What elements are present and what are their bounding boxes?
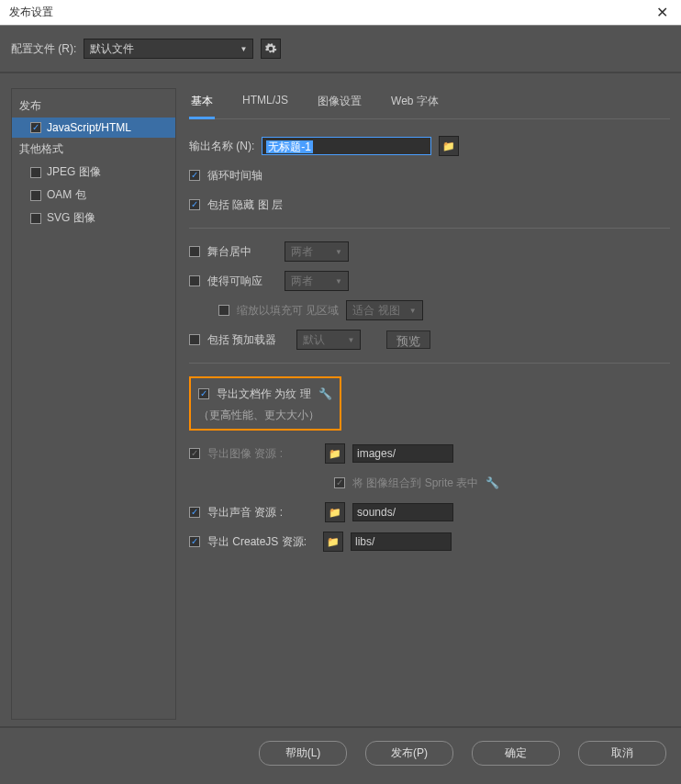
dropdown-value: 默认 <box>303 332 325 348</box>
config-value: 默认文件 <box>90 41 134 57</box>
export-texture-label: 导出文档作 为纹 理 <box>217 386 311 402</box>
preloader-dropdown[interactable]: 默认 ▼ <box>296 330 361 350</box>
preloader-checkbox[interactable] <box>189 334 200 345</box>
loop-timeline-label: 循环时间轴 <box>207 168 262 184</box>
export-createjs-path[interactable]: libs/ <box>351 532 452 551</box>
tab-htmljs[interactable]: HTML/JS <box>240 90 290 118</box>
dialog-title: 发布设置 <box>9 5 653 20</box>
config-label: 配置文件 (R): <box>11 41 76 57</box>
checkbox-icon[interactable] <box>30 167 41 178</box>
export-sound-checkbox[interactable] <box>189 507 200 518</box>
sidebar-item-oam[interactable]: OAM 包 <box>12 184 175 207</box>
sidebar-item-label: OAM 包 <box>47 187 86 203</box>
loop-timeline-checkbox[interactable] <box>189 170 200 181</box>
scale-fill-checkbox[interactable] <box>218 305 229 316</box>
export-createjs-checkbox[interactable] <box>189 536 200 547</box>
responsive-label: 使得可响应 <box>207 274 262 289</box>
scale-fill-dropdown[interactable]: 适合 视图 ▼ <box>346 300 422 320</box>
sidebar-item-jshtml[interactable]: JavaScript/HTML <box>12 118 175 138</box>
sidebar-item-jpeg[interactable]: JPEG 图像 <box>12 161 175 184</box>
ok-button[interactable]: 确定 <box>472 741 560 766</box>
folder-icon[interactable]: 📁 <box>325 502 345 522</box>
chevron-down-icon: ▼ <box>335 277 342 286</box>
config-dropdown[interactable]: 默认文件 ▼ <box>84 39 253 59</box>
chevron-down-icon: ▼ <box>335 248 342 256</box>
dropdown-value: 适合 视图 <box>352 303 399 319</box>
output-name-value: 无标题-1 <box>266 140 313 153</box>
dropdown-value: 两者 <box>291 274 313 289</box>
include-hidden-label: 包括 隐藏 图 层 <box>207 197 283 213</box>
cancel-button[interactable]: 取消 <box>578 741 666 766</box>
tab-webfont[interactable]: Web 字体 <box>389 90 441 118</box>
help-button[interactable]: 帮助(L) <box>259 741 347 766</box>
tab-basic[interactable]: 基本 <box>189 90 215 119</box>
dropdown-value: 两者 <box>291 244 313 260</box>
sidebar-item-svg[interactable]: SVG 图像 <box>12 207 175 230</box>
tab-image[interactable]: 图像设置 <box>316 90 363 118</box>
checkbox-icon[interactable] <box>30 122 41 133</box>
export-texture-subtext: （更高性能、更大大小） <box>198 408 332 423</box>
wrench-icon[interactable]: 🔧 <box>486 476 499 489</box>
export-createjs-label: 导出 CreateJS 资源: <box>207 534 307 550</box>
checkbox-icon[interactable] <box>30 213 41 224</box>
scale-fill-label: 缩放以填充可 见区域 <box>237 303 339 319</box>
output-name-input[interactable]: 无标题-1 <box>262 137 431 155</box>
sidebar-item-label: JPEG 图像 <box>47 164 101 180</box>
wrench-icon[interactable]: 🔧 <box>318 387 332 400</box>
stage-center-label: 舞台居中 <box>207 244 251 260</box>
checkbox-icon[interactable] <box>30 190 41 201</box>
chevron-down-icon: ▼ <box>409 307 417 315</box>
output-name-label: 输出名称 (N): <box>189 139 254 154</box>
chevron-down-icon: ▼ <box>240 45 247 53</box>
sidebar-group-publish: 发布 <box>12 95 175 118</box>
folder-icon[interactable]: 📁 <box>323 532 343 552</box>
sidebar: 发布 JavaScript/HTML 其他格式 JPEG 图像 OAM 包 SV… <box>11 88 176 720</box>
stage-center-checkbox[interactable] <box>189 246 200 257</box>
responsive-checkbox[interactable] <box>189 275 200 286</box>
export-texture-highlight: 导出文档作 为纹 理 🔧 （更高性能、更大大小） <box>189 376 341 431</box>
stage-center-dropdown[interactable]: 两者 ▼ <box>285 241 349 262</box>
sidebar-group-other: 其他格式 <box>12 138 175 161</box>
chevron-down-icon: ▼ <box>347 336 354 344</box>
combine-sprite-checkbox[interactable] <box>334 477 345 488</box>
gear-icon[interactable] <box>261 39 281 59</box>
export-sound-path[interactable]: sounds/ <box>352 503 453 521</box>
include-hidden-checkbox[interactable] <box>189 199 200 210</box>
folder-icon[interactable]: 📁 <box>439 136 459 156</box>
folder-icon[interactable]: 📁 <box>325 443 345 464</box>
close-icon[interactable]: ✕ <box>653 4 672 21</box>
export-image-label: 导出图像 资源 : <box>207 446 283 462</box>
publish-button[interactable]: 发布(P) <box>365 741 453 766</box>
sidebar-item-label: JavaScript/HTML <box>47 121 131 134</box>
combine-sprite-label: 将 图像组合到 Sprite 表中 <box>352 476 478 491</box>
export-sound-label: 导出声音 资源 : <box>207 505 283 521</box>
export-texture-checkbox[interactable] <box>198 388 209 399</box>
export-image-path[interactable]: images/ <box>352 444 453 463</box>
responsive-dropdown[interactable]: 两者 ▼ <box>285 271 349 291</box>
preloader-label: 包括 预加载器 <box>207 332 276 348</box>
export-image-checkbox[interactable] <box>189 448 200 459</box>
sidebar-item-label: SVG 图像 <box>47 210 95 226</box>
preview-button[interactable]: 预览 <box>386 330 430 349</box>
